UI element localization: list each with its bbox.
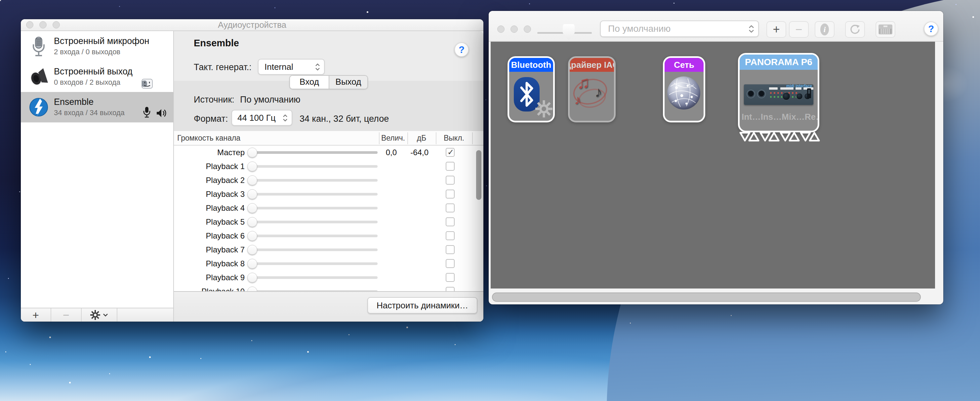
zoom-button[interactable] <box>52 21 60 29</box>
format-details: 34 кан., 32 бит, целое <box>299 114 389 124</box>
configure-speakers-button[interactable]: Настроить динамики… <box>368 297 477 314</box>
channel-row: Playback 9 <box>174 271 484 284</box>
audio-window-titlebar[interactable]: Аудиоустройства <box>21 19 484 31</box>
tab-output[interactable]: Выход <box>329 76 368 89</box>
midi-port-label: Ins… <box>761 112 782 122</box>
remove-device-button[interactable]: − <box>789 21 809 38</box>
horizontal-scrollbar-thumb[interactable] <box>492 292 921 302</box>
slider-knob[interactable] <box>247 231 257 241</box>
help-button[interactable]: ? <box>924 21 938 36</box>
configuration-popup[interactable]: По умолчанию <box>600 21 759 37</box>
mute-checkbox[interactable] <box>446 273 455 282</box>
table-header: Громкость канала Велич. дБ Выкл. <box>174 131 484 145</box>
device-row-ensemble[interactable]: Ensemble 34 входа / 34 выхода <box>21 92 173 122</box>
midi-toolbar[interactable]: По умолчанию + − i <box>489 11 943 42</box>
midi-din-port-icon <box>757 89 766 98</box>
format-popup[interactable]: 44 100 Гц <box>231 110 292 126</box>
music-note-icon: ♫ <box>577 72 590 92</box>
volume-slider[interactable] <box>249 207 378 209</box>
device-list-footer: + − <box>21 308 174 321</box>
slider-knob[interactable] <box>247 189 257 199</box>
gear-icon <box>90 310 100 320</box>
help-button[interactable]: ? <box>454 42 469 57</box>
channel-name: Playback 2 <box>174 176 245 185</box>
actions-menu-button[interactable] <box>82 308 118 321</box>
device-row-builtin-mic[interactable]: Встроенный микрофон 2 входа / 0 выходов <box>21 31 173 62</box>
midi-device-iac-driver[interactable]: Драйвер IAC ♫ ♪ ♪ <box>568 56 616 122</box>
close-button[interactable] <box>26 21 33 29</box>
mute-checkbox[interactable] <box>446 190 455 198</box>
clock-source-popup[interactable]: Internal <box>258 59 325 75</box>
volume-slider[interactable] <box>249 276 378 279</box>
rack-knob <box>782 92 790 100</box>
finder-default-badge-icon <box>142 79 153 90</box>
volume-slider[interactable] <box>249 248 378 251</box>
mute-checkbox[interactable] <box>446 176 455 185</box>
horizontal-scrollbar[interactable] <box>491 292 934 302</box>
device-card-title: Сеть <box>665 58 703 72</box>
mute-checkbox[interactable] <box>446 245 455 254</box>
mute-checkbox[interactable] <box>446 217 455 226</box>
slider-knob[interactable] <box>247 245 257 255</box>
close-button[interactable] <box>497 26 504 33</box>
port-out-triangle-icon <box>768 132 780 142</box>
add-device-button[interactable]: + <box>767 21 786 38</box>
io-tabs: Вход Выход <box>289 75 368 89</box>
mute-checkbox[interactable] <box>446 259 455 268</box>
midi-device-panorama-p6[interactable]: PANORAMA P6 midi interface <box>738 53 819 133</box>
slider-knob[interactable] <box>247 203 257 213</box>
midi-device-network[interactable]: Сеть <box>663 56 705 122</box>
slider-knob[interactable] <box>247 286 257 291</box>
slider-knob[interactable] <box>247 217 257 227</box>
midi-port-connector-pair[interactable] <box>759 132 780 142</box>
remove-device-button[interactable]: − <box>51 308 82 321</box>
rescan-midi-button[interactable] <box>845 21 865 38</box>
slider-knob[interactable] <box>247 161 257 171</box>
mute-checkbox[interactable] <box>446 231 455 240</box>
midi-port-connector-pair[interactable] <box>739 132 759 142</box>
volume-slider[interactable] <box>249 262 378 265</box>
source-label: Источник: <box>194 94 234 105</box>
volume-slider[interactable] <box>249 179 378 182</box>
mute-checkbox[interactable] <box>446 287 455 291</box>
device-row-builtin-output[interactable]: Встроенный выход 0 входов / 2 выхода <box>21 62 173 92</box>
slider-knob[interactable] <box>247 273 257 283</box>
volume-slider[interactable] <box>249 220 378 223</box>
mute-checkbox[interactable] <box>446 203 455 212</box>
channel-name: Playback 7 <box>174 245 245 254</box>
midi-device-bluetooth[interactable]: Bluetooth <box>508 56 555 122</box>
traffic-lights <box>26 21 60 29</box>
zoom-button[interactable] <box>524 26 531 33</box>
channel-row: Playback 1 <box>174 160 484 173</box>
slider-knob[interactable] <box>247 175 257 185</box>
mute-checkbox[interactable] <box>446 148 455 157</box>
port-out-triangle-icon <box>789 132 800 142</box>
column-value: Велич. <box>379 134 407 142</box>
midi-port-connector-pair[interactable] <box>800 132 820 142</box>
tab-input[interactable]: Вход <box>290 76 329 89</box>
volume-slider[interactable] <box>249 235 378 237</box>
volume-slider[interactable] <box>249 165 378 168</box>
slider-knob[interactable] <box>247 147 257 158</box>
mute-checkbox[interactable] <box>446 162 455 171</box>
add-device-button[interactable]: + <box>21 308 51 321</box>
clock-source-label: Такт. генерат.: <box>194 62 251 72</box>
svg-text:i: i <box>824 25 826 34</box>
music-note-icon: ♪ <box>574 92 581 107</box>
volume-slider[interactable] <box>249 193 378 195</box>
test-setup-button[interactable] <box>875 21 896 38</box>
table-scrollbar-thumb[interactable] <box>476 150 481 200</box>
slider-knob[interactable] <box>247 259 257 268</box>
channel-name: Playback 1 <box>174 162 245 171</box>
minimize-button[interactable] <box>511 26 518 33</box>
channel-name: Playback 5 <box>174 217 245 227</box>
device-io-info: 2 входа / 0 выходов <box>54 47 170 57</box>
midi-studio-canvas[interactable]: Bluetooth <box>491 42 935 289</box>
rack-knob <box>796 93 803 100</box>
midi-port-connector-pair[interactable] <box>780 132 800 142</box>
volume-slider[interactable] <box>249 151 378 154</box>
zoom-slider-thumb[interactable] <box>563 24 574 40</box>
minimize-button[interactable] <box>39 21 47 29</box>
midi-port-label: Int… <box>741 112 761 122</box>
show-info-button[interactable]: i <box>815 21 835 38</box>
